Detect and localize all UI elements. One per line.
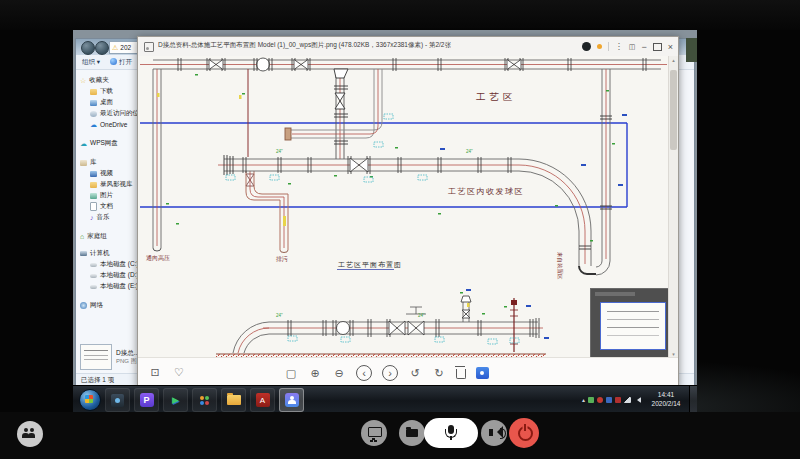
delete-trash-icon[interactable] xyxy=(456,369,466,379)
taskbar-app-player[interactable]: ▶ xyxy=(163,388,188,412)
sidebar-group-network[interactable]: 网络 xyxy=(79,300,141,311)
fullscreen-icon[interactable]: ◫ xyxy=(629,43,636,51)
taskbar-app-conference[interactable] xyxy=(279,388,304,412)
taskbar-clock[interactable]: 14:41 2020/2/14 xyxy=(645,391,687,408)
zoom-in-icon[interactable]: ⊕ xyxy=(308,366,322,380)
conference-app-background: ⚠ 202 组织 ▾ 打开 ☆收藏夹 下载 桌面 最近访问的位置 ☁OneDri… xyxy=(0,0,800,459)
scrollbar-thumb[interactable] xyxy=(670,70,677,150)
middle-pipeline xyxy=(218,155,519,175)
area-label-process: 工艺区 xyxy=(476,91,517,102)
screenshot-icon[interactable]: ⊡ xyxy=(148,365,162,379)
forward-button[interactable] xyxy=(95,41,109,55)
sidebar-group-favorites[interactable]: ☆收藏夹 xyxy=(79,75,141,86)
sidebar-item-disk-c[interactable]: 本地磁盘 (C:) xyxy=(79,259,141,270)
viewer-title: D接总资料-总体施工艺平面布置图 Model (1)_00_wps图片.png … xyxy=(158,41,451,50)
speaker-button[interactable] xyxy=(481,420,507,446)
maximize-button[interactable] xyxy=(653,43,662,51)
sidebar-item-music[interactable]: ♪音乐 xyxy=(79,212,141,223)
sidebar-item-downloads[interactable]: 下载 xyxy=(79,86,141,97)
computer-icon xyxy=(80,251,87,256)
zoom-out-icon[interactable]: ⊖ xyxy=(332,366,346,380)
disk-icon xyxy=(90,263,97,267)
label-drain: 排污 xyxy=(276,256,288,262)
file-thumbnail[interactable] xyxy=(80,344,112,370)
taskbar-app-browser[interactable] xyxy=(105,388,130,412)
taskbar-app-pdf[interactable]: A xyxy=(250,388,275,412)
image-viewer-window[interactable]: D接总资料-总体施工艺平面布置图 Model (1)_00_wps图片.png … xyxy=(137,36,679,387)
sidebar-item-baofeng[interactable]: 暴风影视库 xyxy=(79,179,141,190)
top-pipeline xyxy=(140,60,667,251)
wps-cloud-icon: ☁ xyxy=(80,140,87,147)
drawing-title: 工艺区平面布置图 xyxy=(338,261,402,269)
taskbar-app-files[interactable] xyxy=(221,388,246,412)
show-desktop-button[interactable] xyxy=(689,386,697,413)
tray-security-icon[interactable] xyxy=(588,397,594,403)
hub-app-icon xyxy=(199,395,210,406)
windows-logo-icon xyxy=(85,395,93,403)
document-icon xyxy=(90,202,97,211)
navigator-thumbnail[interactable] xyxy=(600,302,666,350)
organize-button[interactable]: 组织 ▾ xyxy=(82,58,100,67)
tray-red-app-icon[interactable] xyxy=(615,397,621,403)
share-content-button[interactable] xyxy=(399,420,425,446)
image-canvas[interactable]: 24" 24" 24" 24" 工艺区 工艺区内收发球区 工艺区平面布置图 通向… xyxy=(138,56,669,358)
sidebar-item-onedrive[interactable]: ☁OneDrive xyxy=(79,119,141,130)
taskbar-app-p[interactable]: P xyxy=(134,388,159,412)
viewer-titlebar[interactable]: D接总资料-总体施工艺平面布置图 Model (1)_00_wps图片.png … xyxy=(138,37,678,57)
share-icon[interactable] xyxy=(582,42,591,51)
navigator-panel[interactable] xyxy=(590,288,669,358)
label-to-high-pressure: 通向高压 xyxy=(146,254,170,261)
minimize-button[interactable]: − xyxy=(641,42,646,52)
sidebar-group-computer[interactable]: 计算机 xyxy=(79,248,141,259)
sidebar-item-recent[interactable]: 最近访问的位置 xyxy=(79,108,141,119)
sidebar-item-disk-d[interactable]: 本地磁盘 (D:) xyxy=(79,270,141,281)
wps-badge-icon[interactable] xyxy=(476,367,489,379)
taskbar-app-hub[interactable] xyxy=(192,388,217,412)
previous-image-button[interactable]: ‹ xyxy=(356,365,372,381)
sidebar-item-desktop[interactable]: 桌面 xyxy=(79,97,141,108)
sidebar-group-wps-drive[interactable]: ☁WPS网盘 xyxy=(79,138,141,149)
library-icon xyxy=(80,160,87,166)
scroll-up-arrow[interactable]: ▴ xyxy=(672,56,675,64)
dim-label: 24" xyxy=(418,313,425,318)
sidebar-item-pictures[interactable]: 图片 xyxy=(79,190,141,201)
next-image-button[interactable]: › xyxy=(382,365,398,381)
l-shaped-pipe xyxy=(285,69,382,140)
star-icon: ☆ xyxy=(80,77,86,84)
viewer-scrollbar[interactable]: ▴ ▾ xyxy=(668,56,678,358)
divider xyxy=(608,42,609,51)
sidebar-item-documents[interactable]: 文档 xyxy=(79,201,141,212)
sidebar-group-homegroup[interactable]: ⌂家庭组 xyxy=(79,231,141,242)
cloud-icon: ☁ xyxy=(90,121,97,128)
folder-icon xyxy=(90,89,97,95)
home-icon: ⌂ xyxy=(80,233,84,240)
fit-to-screen-icon[interactable]: ▢ xyxy=(284,366,298,380)
participants-button[interactable] xyxy=(17,421,43,447)
sidebar-group-libraries[interactable]: 库 xyxy=(79,157,141,168)
snap-marks-yellow xyxy=(157,93,470,307)
favorite-heart-icon[interactable]: ♡ xyxy=(172,365,186,379)
tray-show-hidden-icon[interactable]: ▴ xyxy=(582,397,585,403)
end-call-button[interactable] xyxy=(509,418,539,448)
rotate-right-icon[interactable]: ↻ xyxy=(432,366,446,380)
tray-alert-icon[interactable] xyxy=(597,397,603,403)
rotate-left-icon[interactable]: ↺ xyxy=(408,366,422,380)
start-button[interactable] xyxy=(79,389,101,411)
video-icon xyxy=(90,171,97,177)
open-button[interactable]: 打开 xyxy=(110,58,132,67)
sidebar-item-videos[interactable]: 视频 xyxy=(79,168,141,179)
menu-icon[interactable]: ⋮ xyxy=(615,42,623,51)
viewer-toolbar: ⊡ ♡ ▢ ⊕ ⊖ ‹ › ↺ ↻ xyxy=(138,357,678,386)
close-button[interactable]: × xyxy=(668,42,673,52)
shared-desktop: ⚠ 202 组织 ▾ 打开 ☆收藏夹 下载 桌面 最近访问的位置 ☁OneDri… xyxy=(73,30,697,412)
sidebar-item-disk-e[interactable]: 本地磁盘 (E:) xyxy=(79,281,141,292)
tray-app-icon[interactable] xyxy=(606,397,612,403)
dimension-labels: 24" 24" 24" 24" xyxy=(276,149,473,318)
volume-icon[interactable] xyxy=(634,397,641,403)
network-signal-icon[interactable] xyxy=(624,397,631,403)
desktop-icon xyxy=(90,100,97,106)
recent-places-icon xyxy=(90,111,97,117)
camera-toggle-button[interactable] xyxy=(361,420,387,446)
microphone-button[interactable] xyxy=(424,418,478,448)
back-button[interactable] xyxy=(81,41,95,55)
